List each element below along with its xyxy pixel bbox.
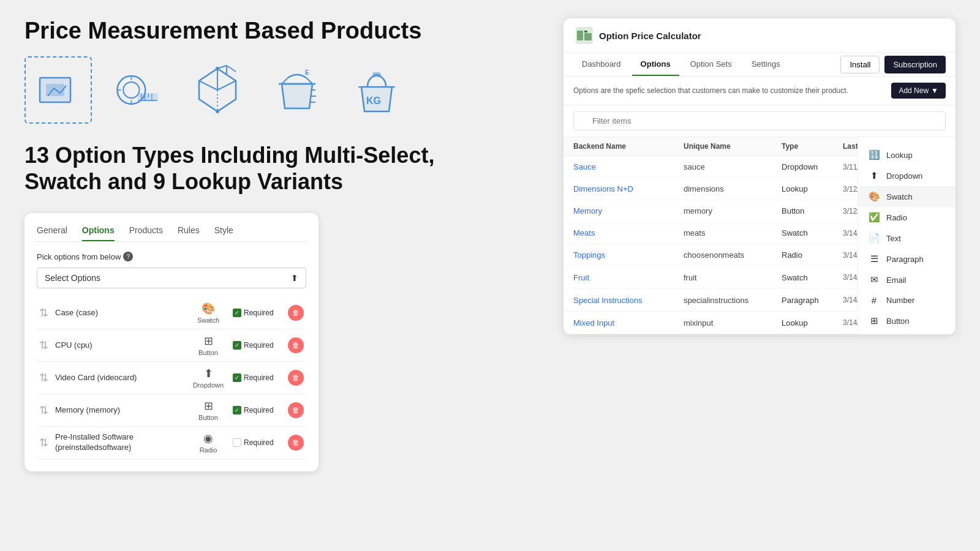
svg-line-25: [227, 66, 236, 72]
nav-right-buttons: Install Subscription: [840, 56, 946, 73]
checkbox-required[interactable]: ✓: [233, 309, 241, 317]
required-check[interactable]: ✓ Required: [233, 373, 282, 382]
cell-unique-name: dimensions: [684, 184, 782, 193]
checkbox-required[interactable]: ✓: [233, 373, 241, 382]
tab-general[interactable]: General: [37, 225, 67, 241]
required-check[interactable]: ✓ Required: [233, 309, 282, 317]
cell-unique-name: choosenonmeats: [684, 250, 782, 260]
option-name: CPU (cpu): [55, 340, 184, 351]
checkbox-required[interactable]: ✓: [233, 406, 241, 414]
required-check[interactable]: ✓ Required: [233, 406, 282, 414]
svg-line-28: [306, 78, 312, 84]
cell-backend-name[interactable]: Sauce: [573, 162, 684, 171]
icon-measure-tape: [104, 56, 172, 124]
delete-button[interactable]: 🗑: [288, 337, 304, 353]
svg-line-18: [217, 81, 236, 90]
tab-options[interactable]: Options: [82, 225, 115, 241]
app-title: Option Price Calculator: [599, 31, 701, 41]
left-section: Price Measurement Based Products: [24, 18, 490, 471]
add-new-button[interactable]: Add New ▼: [891, 83, 946, 99]
description-text: Options are the spefic selection that cu…: [573, 86, 848, 95]
drag-handle[interactable]: ⇅: [39, 436, 49, 449]
svg-rect-39: [584, 31, 587, 32]
dropdown-item-text[interactable]: 📄 Text: [858, 228, 956, 249]
cell-unique-name: memory: [684, 206, 782, 216]
required-check[interactable]: Required: [233, 438, 282, 447]
dropdown-item-email[interactable]: ✉ Email: [858, 269, 956, 290]
option-row-case: ⇅ Case (case) 🎨 Swatch ✓ Required 🗑: [37, 297, 306, 329]
svg-line-19: [199, 81, 217, 90]
drag-handle[interactable]: ⇅: [39, 306, 49, 320]
cell-type: Swatch: [782, 228, 843, 238]
select-options-dropdown[interactable]: Select Options ⬆: [37, 268, 306, 288]
option-type-radio: ◉ Radio: [190, 432, 227, 454]
option-row-cpu: ⇅ CPU (cpu) ⊞ Button ✓ Required 🗑: [37, 329, 306, 362]
dropdown-item-swatch[interactable]: 🎨 Swatch: [858, 186, 956, 207]
dropdown-item-radio[interactable]: ✅ Radio: [858, 207, 956, 228]
option-name: Video Card (videocard): [55, 373, 184, 383]
delete-button[interactable]: 🗑: [288, 435, 304, 451]
cell-type: Radio: [782, 250, 843, 260]
install-button[interactable]: Install: [840, 56, 880, 73]
option-name: Case (case): [55, 308, 184, 318]
dropdown-item-instructions[interactable]: ℹ Instructions: [858, 331, 956, 334]
button-icon: ⊞: [868, 315, 880, 326]
cell-backend-name[interactable]: Mixed Input: [573, 318, 684, 328]
pick-label: Pick options from below ?: [37, 252, 306, 261]
icon-blueprint: [24, 56, 92, 124]
dropdown-item-paragraph[interactable]: ☰ Paragraph: [858, 249, 956, 269]
option-row-videocard: ⇅ Video Card (videocard) ⬆ Dropdown ✓ Re…: [37, 362, 306, 394]
app-icon: [576, 27, 593, 44]
subscription-button[interactable]: Subscription: [884, 56, 946, 73]
cell-backend-name[interactable]: Toppings: [573, 250, 684, 260]
nav-bar: Dashboard Options Option Sets Settings I…: [564, 53, 956, 77]
cell-unique-name: meats: [684, 228, 782, 238]
tab-rules[interactable]: Rules: [178, 225, 200, 241]
option-type-button: ⊞ Button: [190, 334, 227, 356]
subtitle: 13 Option Types Including Multi-Select, …: [24, 142, 490, 195]
cell-backend-name[interactable]: Dimensions N+D: [573, 184, 684, 193]
type-dropdown-overlay: 🔢 Lookup ⬆ Dropdown 🎨 Swatch ✅ Radio 📄 T…: [858, 137, 956, 334]
cell-backend-name[interactable]: Meats: [573, 228, 684, 238]
cell-backend-name[interactable]: Memory: [573, 206, 684, 216]
dropdown-item-number[interactable]: # Number: [858, 290, 956, 310]
checkbox-required[interactable]: [233, 438, 241, 447]
dropdown-icon: ⬆: [868, 170, 880, 181]
delete-button[interactable]: 🗑: [288, 402, 304, 418]
cell-type: Button: [782, 206, 843, 216]
required-check[interactable]: ✓ Required: [233, 341, 282, 350]
filter-input[interactable]: [573, 111, 946, 130]
cell-type: Dropdown: [782, 162, 843, 171]
svg-rect-37: [577, 31, 583, 40]
option-row-software: ⇅ Pre-Installed Software (preinstalledso…: [37, 427, 306, 459]
drag-handle[interactable]: ⇅: [39, 403, 49, 417]
checkbox-required[interactable]: ✓: [233, 341, 241, 350]
drag-handle[interactable]: ⇅: [39, 339, 49, 352]
dropdown-item-dropdown[interactable]: ⬆ Dropdown: [858, 165, 956, 186]
tab-products[interactable]: Products: [129, 225, 163, 241]
option-name: Pre-Installed Software (preinstalledsoft…: [55, 432, 184, 453]
svg-point-22: [216, 110, 219, 113]
svg-text:KG: KG: [366, 96, 381, 106]
nav-dashboard[interactable]: Dashboard: [573, 53, 630, 76]
delete-button[interactable]: 🗑: [288, 305, 304, 321]
nav-option-sets[interactable]: Option Sets: [682, 53, 741, 76]
drag-handle[interactable]: ⇅: [39, 371, 49, 384]
description-bar: Options are the spefic selection that cu…: [564, 77, 956, 105]
cell-unique-name: mixinput: [684, 318, 782, 328]
email-icon: ✉: [868, 274, 880, 285]
text-icon: 📄: [868, 233, 880, 244]
option-row-memory: ⇅ Memory (memory) ⊞ Button ✓ Required 🗑: [37, 394, 306, 427]
cell-type: Lookup: [782, 318, 843, 328]
tab-style[interactable]: Style: [214, 225, 233, 241]
delete-button[interactable]: 🗑: [288, 370, 304, 386]
nav-options[interactable]: Options: [632, 53, 679, 76]
right-card: Option Price Calculator Dashboard Option…: [564, 18, 956, 334]
dropdown-item-button[interactable]: ⊞ Button: [858, 310, 956, 331]
dropdown-item-lookup[interactable]: 🔢 Lookup: [858, 144, 956, 165]
option-type-swatch: 🎨 Swatch: [190, 302, 227, 324]
right-card-inner: Backend Name Unique Name Type Last Updat…: [564, 137, 956, 334]
nav-settings[interactable]: Settings: [743, 53, 789, 76]
cell-backend-name[interactable]: Special Instructions: [573, 296, 684, 305]
cell-backend-name[interactable]: Fruit: [573, 273, 684, 282]
